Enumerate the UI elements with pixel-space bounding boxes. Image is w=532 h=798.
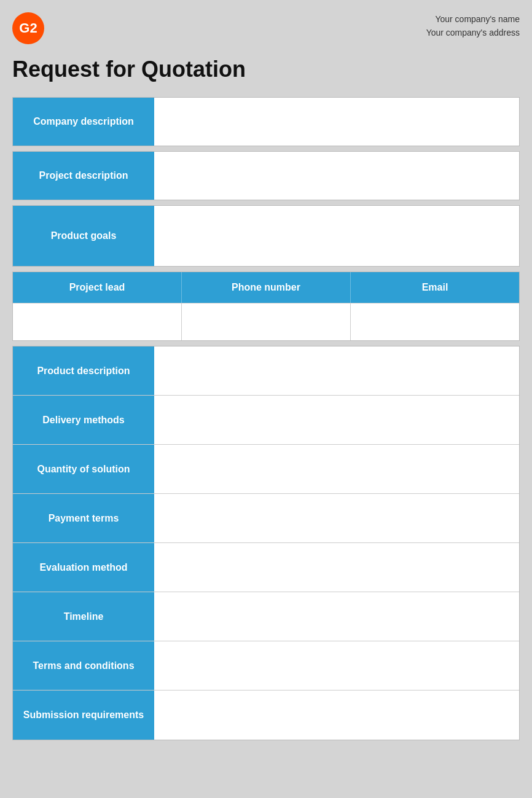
value-evaluation-method[interactable] xyxy=(154,543,519,592)
contact-header-email: Email xyxy=(351,272,519,303)
section-product-goals: Product goals xyxy=(12,205,520,267)
section-terms-and-conditions: Terms and conditions xyxy=(13,641,519,690)
section-project-description: Project description xyxy=(12,151,520,200)
section-evaluation-method: Evaluation method xyxy=(13,543,519,592)
bottom-sections-group: Product description Delivery methods Qua… xyxy=(12,346,520,740)
label-quantity-of-solution: Quantity of solution xyxy=(13,445,154,493)
section-delivery-methods: Delivery methods xyxy=(13,396,519,445)
contact-section: Project lead Phone number Email xyxy=(12,272,520,341)
value-company-description[interactable] xyxy=(154,98,519,146)
label-timeline: Timeline xyxy=(13,592,154,641)
value-quantity-of-solution[interactable] xyxy=(154,445,519,493)
contact-value-email[interactable] xyxy=(351,303,519,340)
main-form-block: Product description Delivery methods Qua… xyxy=(12,346,520,740)
label-company-description: Company description xyxy=(13,98,154,146)
section-submission-requirements: Submission requirements xyxy=(13,690,519,740)
contact-value-phone[interactable] xyxy=(182,303,351,340)
logo: G2 xyxy=(12,12,44,44)
value-project-description[interactable] xyxy=(154,152,519,200)
value-payment-terms[interactable] xyxy=(154,494,519,542)
value-timeline[interactable] xyxy=(154,592,519,641)
section-timeline: Timeline xyxy=(13,592,519,641)
value-terms-and-conditions[interactable] xyxy=(154,641,519,690)
value-submission-requirements[interactable] xyxy=(154,690,519,740)
label-product-description: Product description xyxy=(13,346,154,395)
value-product-description[interactable] xyxy=(154,346,519,395)
section-quantity-of-solution: Quantity of solution xyxy=(13,445,519,494)
page-header: G2 Your company's name Your company's ad… xyxy=(12,12,520,44)
top-sections-group: Company description Project description … xyxy=(12,97,520,267)
label-product-goals: Product goals xyxy=(13,206,154,266)
label-payment-terms: Payment terms xyxy=(13,494,154,542)
label-delivery-methods: Delivery methods xyxy=(13,396,154,444)
contact-value-project-lead[interactable] xyxy=(13,303,182,340)
contact-header-phone: Phone number xyxy=(182,272,351,303)
company-name: Your company's name xyxy=(426,12,520,26)
contact-data-row xyxy=(13,303,519,340)
label-evaluation-method: Evaluation method xyxy=(13,543,154,592)
label-submission-requirements: Submission requirements xyxy=(13,690,154,740)
company-address: Your company's address xyxy=(426,26,520,39)
contact-header-project-lead: Project lead xyxy=(13,272,182,303)
section-payment-terms: Payment terms xyxy=(13,494,519,543)
contact-header-row: Project lead Phone number Email xyxy=(13,272,519,303)
page-title: Request for Quotation xyxy=(12,57,520,82)
section-company-description: Company description xyxy=(12,97,520,146)
label-terms-and-conditions: Terms and conditions xyxy=(13,641,154,690)
value-delivery-methods[interactable] xyxy=(154,396,519,444)
company-info: Your company's name Your company's addre… xyxy=(426,12,520,40)
label-project-description: Project description xyxy=(13,152,154,200)
section-product-description: Product description xyxy=(13,346,519,396)
value-product-goals[interactable] xyxy=(154,206,519,266)
